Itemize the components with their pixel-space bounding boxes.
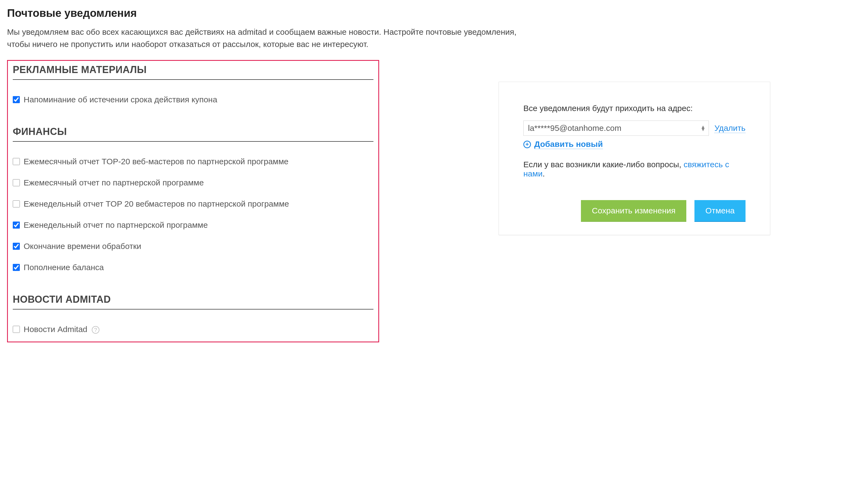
- checkbox-coupon-expiry[interactable]: [13, 96, 20, 103]
- email-sidebar: Все уведомления будут приходить на адрес…: [499, 82, 770, 235]
- check-row-monthly-top20: Ежемесячный отчет TOP-20 веб-мастеров по…: [13, 157, 373, 166]
- checkbox-monthly-report[interactable]: [13, 179, 20, 186]
- section-ad-materials: РЕКЛАМНЫЕ МАТЕРИАЛЫ Напоминание об истеч…: [13, 64, 373, 104]
- checkbox-monthly-top20[interactable]: [13, 158, 20, 165]
- checkbox-weekly-report[interactable]: [13, 222, 20, 229]
- label-weekly-top20[interactable]: Еженедельный отчет TOP 20 вебмастеров по…: [24, 199, 289, 209]
- section-heading-news: НОВОСТИ ADMITAD: [13, 294, 373, 310]
- email-card: Все уведомления будут приходить на адрес…: [499, 82, 770, 235]
- section-heading-finances: ФИНАНСЫ: [13, 126, 373, 142]
- check-row-monthly-report: Ежемесячный отчет по партнерской програм…: [13, 178, 373, 187]
- save-button[interactable]: Сохранить изменения: [581, 200, 686, 221]
- section-news: НОВОСТИ ADMITAD Новости Admitad ?: [13, 294, 373, 334]
- label-coupon-expiry[interactable]: Напоминание об истечении срока действия …: [24, 95, 217, 104]
- label-balance-topup[interactable]: Пополнение баланса: [24, 263, 104, 272]
- email-select[interactable]: la*****95@otanhome.com ▲▼: [523, 121, 709, 136]
- check-row-balance-topup: Пополнение баланса: [13, 263, 373, 272]
- checkbox-admitad-news[interactable]: [13, 326, 20, 333]
- select-arrows-icon: ▲▼: [701, 125, 706, 131]
- email-value: la*****95@otanhome.com: [528, 124, 621, 132]
- checkbox-processing-end[interactable]: [13, 243, 20, 250]
- check-row-weekly-report: Еженедельный отчет по партнерской програ…: [13, 220, 373, 230]
- check-row-processing-end: Окончание времени обработки: [13, 242, 373, 251]
- label-monthly-report[interactable]: Ежемесячный отчет по партнерской програм…: [24, 178, 204, 187]
- questions-text: Если у вас возникли какие-либо вопросы, …: [523, 160, 745, 179]
- button-row: Сохранить изменения Отмена: [523, 200, 745, 221]
- notification-settings-panel: РЕКЛАМНЫЕ МАТЕРИАЛЫ Напоминание об истеч…: [7, 60, 379, 342]
- check-row-coupon-expiry: Напоминание об истечении срока действия …: [13, 95, 373, 104]
- delete-email-link[interactable]: Удалить: [714, 124, 745, 133]
- check-row-weekly-top20: Еженедельный отчет TOP 20 вебмастеров по…: [13, 199, 373, 209]
- label-monthly-top20[interactable]: Ежемесячный отчет TOP-20 веб-мастеров по…: [24, 157, 288, 166]
- page-description: Мы уведомляем вас обо всех касающихся ва…: [7, 26, 518, 50]
- help-icon[interactable]: ?: [92, 326, 99, 334]
- plus-icon: +: [523, 141, 531, 148]
- section-heading-ad-materials: РЕКЛАМНЫЕ МАТЕРИАЛЫ: [13, 64, 373, 80]
- label-weekly-report[interactable]: Еженедельный отчет по партнерской програ…: [24, 220, 208, 230]
- email-intro-text: Все уведомления будут приходить на адрес…: [523, 104, 745, 113]
- cancel-button[interactable]: Отмена: [694, 200, 745, 221]
- label-admitad-news[interactable]: Новости Admitad ?: [24, 325, 99, 334]
- checkbox-balance-topup[interactable]: [13, 264, 20, 271]
- section-finances: ФИНАНСЫ Ежемесячный отчет TOP-20 веб-мас…: [13, 126, 373, 272]
- page-title: Почтовые уведомления: [7, 7, 861, 19]
- add-email-row: + Добавить новый: [523, 139, 745, 149]
- check-row-admitad-news: Новости Admitad ?: [13, 325, 373, 334]
- add-email-link[interactable]: Добавить новый: [534, 139, 603, 149]
- checkbox-weekly-top20[interactable]: [13, 200, 20, 207]
- email-row: la*****95@otanhome.com ▲▼ Удалить: [523, 121, 745, 136]
- label-processing-end[interactable]: Окончание времени обработки: [24, 242, 141, 251]
